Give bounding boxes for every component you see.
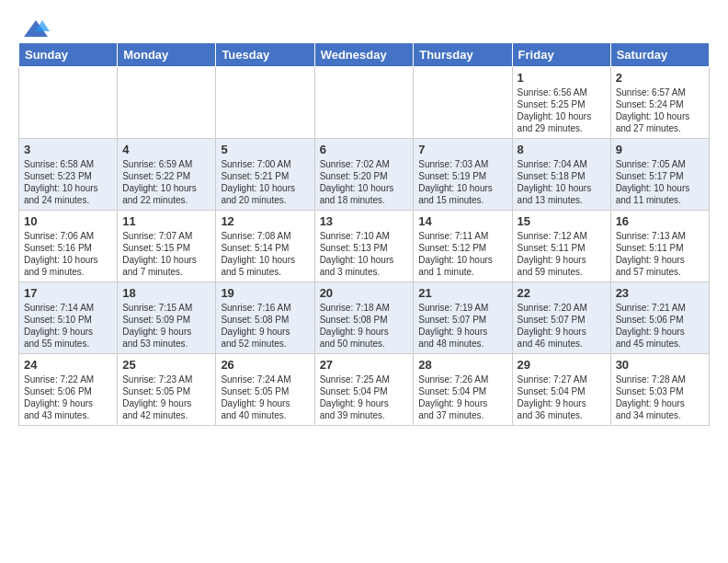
- day-info: Sunset: 5:23 PM: [24, 170, 112, 182]
- day-info: and 52 minutes.: [221, 338, 309, 350]
- day-number: 28: [418, 358, 506, 372]
- day-number: 17: [24, 286, 112, 300]
- day-info: Sunset: 5:17 PM: [616, 170, 704, 182]
- day-info: Daylight: 10 hours: [616, 182, 704, 194]
- day-number: 5: [221, 143, 309, 156]
- day-info: and 53 minutes.: [122, 338, 210, 350]
- day-info: Sunrise: 7:07 AM: [122, 230, 210, 242]
- day-header-thursday: Thursday: [414, 43, 512, 67]
- calendar-cell: 15Sunrise: 7:12 AMSunset: 5:11 PMDayligh…: [512, 211, 610, 282]
- day-info: Sunset: 5:05 PM: [221, 385, 309, 397]
- calendar-cell: 17Sunrise: 7:14 AMSunset: 5:10 PMDayligh…: [19, 282, 118, 354]
- day-info: and 37 minutes.: [418, 409, 506, 421]
- day-number: 6: [320, 143, 409, 156]
- day-info: Sunrise: 7:26 AM: [418, 373, 506, 385]
- day-header-friday: Friday: [512, 43, 610, 67]
- day-info: Daylight: 10 hours: [418, 254, 506, 266]
- calendar-cell: 2Sunrise: 6:57 AMSunset: 5:24 PMDaylight…: [610, 67, 709, 139]
- day-info: Sunrise: 7:18 AM: [320, 302, 409, 314]
- calendar-cell: 18Sunrise: 7:15 AMSunset: 5:09 PMDayligh…: [118, 282, 216, 354]
- day-info: Sunrise: 7:15 AM: [122, 302, 210, 314]
- day-info: Sunset: 5:06 PM: [24, 385, 112, 397]
- day-info: Daylight: 9 hours: [518, 254, 606, 266]
- calendar-cell: 12Sunrise: 7:08 AMSunset: 5:14 PMDayligh…: [216, 211, 314, 282]
- day-info: Daylight: 10 hours: [24, 182, 112, 194]
- day-info: and 18 minutes.: [320, 194, 409, 206]
- day-info: Daylight: 10 hours: [418, 182, 506, 194]
- calendar-cell: 1Sunrise: 6:56 AMSunset: 5:25 PMDaylight…: [512, 67, 610, 139]
- day-info: Daylight: 9 hours: [320, 397, 409, 409]
- calendar-cell: 4Sunrise: 6:59 AMSunset: 5:22 PMDaylight…: [118, 139, 216, 211]
- day-info: Sunset: 5:19 PM: [418, 170, 506, 182]
- day-info: Daylight: 9 hours: [221, 326, 309, 338]
- calendar-cell: 11Sunrise: 7:07 AMSunset: 5:15 PMDayligh…: [118, 211, 216, 282]
- day-info: and 7 minutes.: [122, 266, 210, 278]
- day-info: Sunset: 5:08 PM: [320, 314, 409, 326]
- day-info: and 13 minutes.: [518, 194, 606, 206]
- day-header-wednesday: Wednesday: [314, 43, 414, 67]
- day-number: 21: [418, 286, 506, 300]
- day-info: Sunrise: 7:24 AM: [221, 373, 309, 385]
- calendar-cell: 30Sunrise: 7:28 AMSunset: 5:03 PMDayligh…: [610, 354, 709, 426]
- day-info: Sunrise: 7:02 AM: [320, 158, 409, 170]
- day-info: Daylight: 9 hours: [616, 254, 704, 266]
- day-info: Daylight: 10 hours: [518, 110, 606, 122]
- day-number: 14: [418, 214, 506, 228]
- calendar-header-row: SundayMondayTuesdayWednesdayThursdayFrid…: [19, 43, 710, 67]
- day-info: Sunrise: 7:03 AM: [418, 158, 506, 170]
- day-info: Sunset: 5:10 PM: [24, 314, 112, 326]
- calendar-cell: 10Sunrise: 7:06 AMSunset: 5:16 PMDayligh…: [19, 211, 118, 282]
- day-info: Sunset: 5:11 PM: [518, 242, 606, 254]
- day-info: Sunrise: 7:16 AM: [221, 302, 309, 314]
- day-number: 15: [518, 214, 606, 228]
- calendar-week-row: 1Sunrise: 6:56 AMSunset: 5:25 PMDaylight…: [19, 67, 710, 139]
- day-info: Sunset: 5:04 PM: [518, 385, 606, 397]
- calendar-cell: [118, 67, 216, 139]
- day-info: Daylight: 9 hours: [320, 326, 409, 338]
- day-info: Sunset: 5:04 PM: [418, 385, 506, 397]
- day-info: Sunrise: 6:58 AM: [24, 158, 112, 170]
- day-info: and 5 minutes.: [221, 266, 309, 278]
- day-info: and 24 minutes.: [24, 194, 112, 206]
- day-info: Sunset: 5:24 PM: [616, 98, 704, 110]
- day-info: and 57 minutes.: [616, 266, 704, 278]
- day-info: Sunset: 5:05 PM: [122, 385, 210, 397]
- calendar-cell: 29Sunrise: 7:27 AMSunset: 5:04 PMDayligh…: [512, 354, 610, 426]
- day-number: 26: [221, 358, 309, 372]
- day-info: Sunrise: 7:27 AM: [518, 373, 606, 385]
- day-number: 22: [518, 286, 606, 300]
- calendar-cell: 19Sunrise: 7:16 AMSunset: 5:08 PMDayligh…: [216, 282, 314, 354]
- day-info: Sunset: 5:12 PM: [418, 242, 506, 254]
- day-info: and 40 minutes.: [221, 409, 309, 421]
- day-number: 29: [518, 358, 606, 372]
- day-info: Daylight: 9 hours: [616, 397, 704, 409]
- day-info: Sunrise: 7:19 AM: [418, 302, 506, 314]
- day-info: Daylight: 9 hours: [418, 326, 506, 338]
- calendar-cell: 27Sunrise: 7:25 AMSunset: 5:04 PMDayligh…: [314, 354, 414, 426]
- calendar-cell: 6Sunrise: 7:02 AMSunset: 5:20 PMDaylight…: [314, 139, 414, 211]
- day-info: Sunset: 5:06 PM: [616, 314, 704, 326]
- day-number: 19: [221, 286, 309, 300]
- day-info: and 42 minutes.: [122, 409, 210, 421]
- day-info: Sunset: 5:04 PM: [320, 385, 409, 397]
- day-number: 27: [320, 358, 409, 372]
- day-info: Sunset: 5:09 PM: [122, 314, 210, 326]
- day-info: and 3 minutes.: [320, 266, 409, 278]
- calendar-week-row: 17Sunrise: 7:14 AMSunset: 5:10 PMDayligh…: [19, 282, 710, 354]
- logo: [18, 18, 50, 33]
- day-info: Daylight: 9 hours: [418, 397, 506, 409]
- calendar-table: SundayMondayTuesdayWednesdayThursdayFrid…: [18, 42, 710, 426]
- calendar-cell: 22Sunrise: 7:20 AMSunset: 5:07 PMDayligh…: [512, 282, 610, 354]
- day-info: Daylight: 9 hours: [122, 397, 210, 409]
- calendar-week-row: 10Sunrise: 7:06 AMSunset: 5:16 PMDayligh…: [19, 211, 710, 282]
- calendar-cell: 28Sunrise: 7:26 AMSunset: 5:04 PMDayligh…: [414, 354, 512, 426]
- calendar-cell: 24Sunrise: 7:22 AMSunset: 5:06 PMDayligh…: [19, 354, 118, 426]
- day-info: Daylight: 10 hours: [320, 182, 409, 194]
- day-info: Sunrise: 6:59 AM: [122, 158, 210, 170]
- day-info: Sunrise: 6:57 AM: [616, 86, 704, 98]
- day-info: Daylight: 10 hours: [122, 182, 210, 194]
- day-info: Sunrise: 7:12 AM: [518, 230, 606, 242]
- day-header-monday: Monday: [118, 43, 216, 67]
- day-info: Sunset: 5:14 PM: [221, 242, 309, 254]
- day-header-sunday: Sunday: [19, 43, 118, 67]
